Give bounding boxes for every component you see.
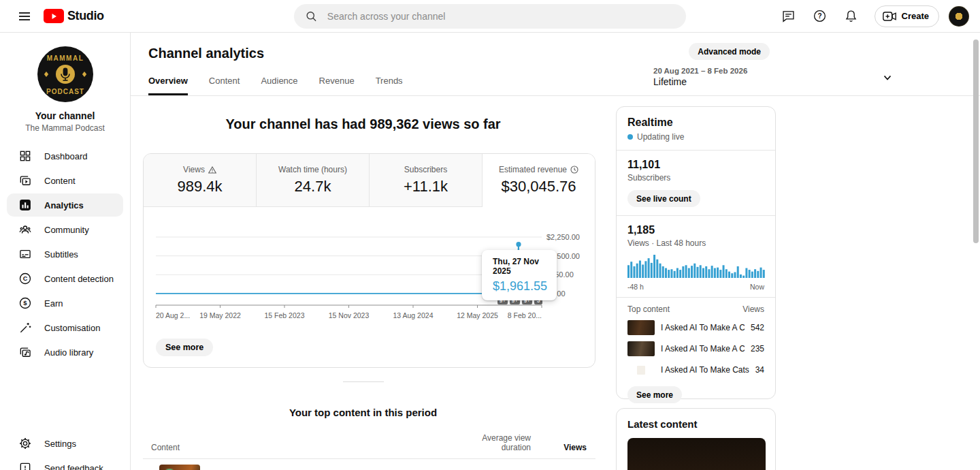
sidebar-item-send-feedback[interactable]: Send feedback (7, 456, 122, 470)
tab-revenue[interactable]: Revenue (319, 76, 355, 95)
account-avatar[interactable] (949, 6, 969, 27)
vertical-scrollbar[interactable] (973, 40, 979, 243)
feedback-bubble-button[interactable] (775, 3, 802, 30)
realtime-card: Realtime Updating live 11,101 Subscriber… (616, 106, 776, 399)
help-icon: ? (813, 9, 827, 23)
latest-video-thumbnail[interactable] (627, 438, 766, 470)
top-content-row[interactable]: I Asked AI To Make Cats Ra... 34 (627, 362, 764, 377)
svg-text:8 Feb 20...: 8 Feb 20... (508, 311, 542, 319)
sidebar-nav: Dashboard Content Analytics Community Su… (0, 144, 130, 364)
sidebar-footer: Settings Send feedback (0, 430, 129, 470)
metric-watch-time[interactable]: Watch time (hours) 24.7k (257, 154, 370, 207)
sidebar-item-audio-library[interactable]: Audio library (7, 341, 123, 364)
metric-views[interactable]: Views 989.4k (144, 154, 257, 207)
divider (617, 215, 775, 216)
top-content-title: Your top content in this period (131, 407, 595, 418)
svg-text:$: $ (23, 299, 27, 307)
latest-content-title: Latest content (627, 418, 764, 430)
channel-title: Your channel (0, 110, 130, 121)
column-content[interactable]: Content (151, 443, 470, 452)
youtube-studio-app: Studio ? Create (0, 0, 980, 470)
metric-label: Views (183, 165, 205, 174)
help-button[interactable]: ? (806, 3, 834, 30)
topbar-actions: ? Create (775, 3, 969, 30)
realtime-subscribers-value: 11,101 (627, 159, 764, 171)
sidebar-item-customisation[interactable]: Customisation (7, 316, 123, 339)
sidebar-item-label: Dashboard (44, 151, 88, 161)
create-button[interactable]: Create (875, 5, 939, 27)
metric-label: Subscribers (404, 165, 447, 174)
table-row-thumbnail[interactable] (159, 465, 200, 470)
svg-text:20 Aug 2...: 20 Aug 2... (156, 311, 190, 319)
top-content-label: Top content (627, 304, 670, 314)
sidebar-item-content[interactable]: Content (7, 169, 123, 192)
date-range-text: 20 Aug 2021 – 8 Feb 2026 (653, 67, 898, 75)
studio-logo[interactable]: Studio (44, 9, 104, 23)
subtitles-icon (18, 247, 33, 262)
youtube-play-icon (44, 9, 64, 23)
svg-text:15 Nov 2023: 15 Nov 2023 (329, 311, 370, 319)
top-content-header: Top content Views (627, 304, 764, 314)
chart-tooltip: Thu, 27 Nov 2025 $1,961.55 (482, 250, 557, 300)
sidebar-item-content-detection[interactable]: C Content detection (7, 267, 123, 290)
sidebar-item-analytics[interactable]: Analytics (7, 193, 123, 217)
menu-hamburger-button[interactable] (11, 3, 38, 30)
bell-icon (844, 9, 858, 23)
top-content-row[interactable]: I Asked AI To Make A Cat P... 235 (627, 341, 764, 356)
sidebar-item-label: Customisation (44, 323, 100, 333)
views-column-label: Views (742, 304, 764, 314)
copyright-icon: C (18, 271, 33, 286)
date-range-picker[interactable]: 20 Aug 2021 – 8 Feb 2026 Lifetime (653, 67, 898, 87)
key-metrics-card: Views 989.4k Watch time (hours) 24.7k Su (143, 153, 595, 368)
topbar: Studio ? Create (0, 0, 980, 33)
tab-trends[interactable]: Trends (376, 76, 403, 95)
advanced-mode-button[interactable]: Advanced mode (689, 43, 770, 60)
page-header: Channel analytics Advanced mode (131, 33, 980, 61)
realtime-subscribers-label: Subscribers (627, 173, 764, 183)
video-title: I Asked AI To Make Cats Ra... (661, 365, 749, 375)
metric-value: 989.4k (177, 178, 222, 195)
sidebar-item-label: Audio library (44, 347, 93, 358)
sidebar-item-earn[interactable]: $ Earn (7, 292, 123, 315)
magic-wand-icon (18, 320, 33, 335)
metric-label: Watch time (hours) (278, 165, 347, 174)
sidebar-item-label: Settings (44, 439, 76, 449)
sidebar-item-label: Content (44, 176, 76, 186)
tab-audience[interactable]: Audience (261, 76, 297, 95)
sidebar-item-dashboard[interactable]: Dashboard (7, 144, 123, 168)
metric-subscribers[interactable]: Subscribers +11.1k (370, 154, 483, 207)
sidebar-item-settings[interactable]: Settings (7, 432, 122, 455)
realtime-see-more-button[interactable]: See more (627, 386, 682, 403)
create-video-icon (882, 10, 897, 22)
sidebar-item-community[interactable]: Community (7, 218, 123, 241)
live-dot-icon (627, 134, 633, 140)
search-icon (305, 10, 318, 23)
video-title: I Asked AI To Make A Cat P... (661, 344, 745, 354)
column-average-view-duration[interactable]: Average view duration (470, 433, 531, 452)
warning-icon (208, 166, 216, 174)
top-content-row[interactable]: I Asked AI To Make A Cat P... 542 (627, 320, 764, 335)
sidebar-item-subtitles[interactable]: Subtitles (7, 242, 123, 266)
search-bar[interactable] (294, 4, 686, 29)
sidebar-item-label: Content detection (44, 274, 114, 284)
realtime-bar-chart[interactable] (627, 255, 766, 278)
section-divider (343, 381, 384, 382)
see-more-button[interactable]: See more (156, 339, 213, 356)
video-thumbnail (627, 362, 655, 377)
svg-text:MAMMAL: MAMMAL (46, 54, 84, 62)
right-panel: Realtime Updating live 11,101 Subscriber… (616, 96, 776, 470)
metric-estimated-revenue[interactable]: Estimated revenue $30,045.76 (483, 154, 595, 207)
column-views[interactable]: Views (531, 443, 587, 452)
video-thumbnail (627, 320, 655, 335)
sidebar-item-label: Community (44, 225, 89, 235)
tab-content[interactable]: Content (209, 76, 240, 95)
notifications-button[interactable] (838, 3, 865, 30)
see-live-count-button[interactable]: See live count (627, 190, 700, 207)
tab-overview[interactable]: Overview (148, 76, 188, 95)
video-views: 542 (751, 323, 764, 332)
feedback-icon (18, 460, 33, 470)
hamburger-icon (18, 10, 31, 23)
search-input[interactable] (326, 10, 675, 22)
channel-avatar[interactable]: MAMMAL PODCAST (37, 46, 94, 103)
top-content-table-header: Content Average view duration Views (143, 433, 595, 459)
